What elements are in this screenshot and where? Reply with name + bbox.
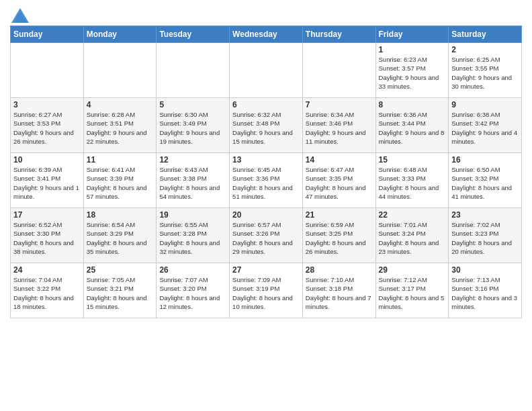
day-number: 25 <box>87 265 154 275</box>
calendar-cell: 5Sunrise: 6:30 AM Sunset: 3:49 PM Daylig… <box>157 98 230 153</box>
day-info: Sunrise: 6:38 AM Sunset: 3:42 PM Dayligh… <box>451 110 519 146</box>
day-number: 15 <box>379 155 446 165</box>
calendar-cell <box>230 43 303 98</box>
day-info: Sunrise: 6:47 AM Sunset: 3:35 PM Dayligh… <box>306 165 373 201</box>
day-number: 2 <box>451 45 519 54</box>
day-info: Sunrise: 6:27 AM Sunset: 3:53 PM Dayligh… <box>13 110 81 146</box>
calendar-cell: 15Sunrise: 6:48 AM Sunset: 3:33 PM Dayli… <box>375 153 449 208</box>
day-number: 1 <box>379 45 446 54</box>
calendar-page: SundayMondayTuesdayWednesdayThursdayFrid… <box>0 0 532 411</box>
day-info: Sunrise: 7:12 AM Sunset: 3:17 PM Dayligh… <box>379 275 446 311</box>
weekday-header-row: SundayMondayTuesdayWednesdayThursdayFrid… <box>11 26 522 43</box>
week-row-1: 1Sunrise: 6:23 AM Sunset: 3:57 PM Daylig… <box>11 43 522 98</box>
day-number: 10 <box>13 155 81 165</box>
day-number: 4 <box>87 100 154 109</box>
day-number: 3 <box>13 100 81 109</box>
calendar-cell: 4Sunrise: 6:28 AM Sunset: 3:51 PM Daylig… <box>83 98 157 153</box>
day-number: 9 <box>451 100 519 109</box>
day-number: 6 <box>232 100 300 109</box>
calendar-cell: 20Sunrise: 6:57 AM Sunset: 3:26 PM Dayli… <box>230 208 303 263</box>
logo-icon <box>10 7 26 20</box>
calendar-cell: 29Sunrise: 7:12 AM Sunset: 3:17 PM Dayli… <box>375 263 449 318</box>
calendar-cell: 19Sunrise: 6:55 AM Sunset: 3:28 PM Dayli… <box>157 208 230 263</box>
day-info: Sunrise: 6:34 AM Sunset: 3:46 PM Dayligh… <box>306 110 373 146</box>
calendar-cell: 9Sunrise: 6:38 AM Sunset: 3:42 PM Daylig… <box>449 98 522 153</box>
day-number: 19 <box>159 210 226 220</box>
day-info: Sunrise: 6:28 AM Sunset: 3:51 PM Dayligh… <box>87 110 154 146</box>
calendar-cell: 12Sunrise: 6:43 AM Sunset: 3:38 PM Dayli… <box>157 153 230 208</box>
day-info: Sunrise: 6:48 AM Sunset: 3:33 PM Dayligh… <box>379 165 446 201</box>
calendar-cell: 21Sunrise: 6:59 AM Sunset: 3:25 PM Dayli… <box>302 208 375 263</box>
day-number: 30 <box>451 265 519 275</box>
calendar-cell: 27Sunrise: 7:09 AM Sunset: 3:19 PM Dayli… <box>230 263 303 318</box>
calendar-cell: 8Sunrise: 6:36 AM Sunset: 3:44 PM Daylig… <box>375 98 449 153</box>
calendar-cell: 17Sunrise: 6:52 AM Sunset: 3:30 PM Dayli… <box>11 208 84 263</box>
calendar-cell: 24Sunrise: 7:04 AM Sunset: 3:22 PM Dayli… <box>11 263 84 318</box>
day-number: 23 <box>451 210 519 220</box>
day-number: 17 <box>13 210 81 220</box>
logo <box>10 7 29 20</box>
day-number: 7 <box>306 100 373 109</box>
day-info: Sunrise: 6:41 AM Sunset: 3:39 PM Dayligh… <box>87 165 154 201</box>
calendar-cell: 22Sunrise: 7:01 AM Sunset: 3:24 PM Dayli… <box>375 208 449 263</box>
week-row-3: 10Sunrise: 6:39 AM Sunset: 3:41 PM Dayli… <box>11 153 522 208</box>
day-number: 5 <box>159 100 226 109</box>
day-info: Sunrise: 7:02 AM Sunset: 3:23 PM Dayligh… <box>451 220 519 256</box>
calendar-cell: 14Sunrise: 6:47 AM Sunset: 3:35 PM Dayli… <box>302 153 375 208</box>
weekday-header-wednesday: Wednesday <box>230 26 303 43</box>
day-number: 14 <box>306 155 373 165</box>
calendar-cell: 3Sunrise: 6:27 AM Sunset: 3:53 PM Daylig… <box>11 98 84 153</box>
calendar-cell: 13Sunrise: 6:45 AM Sunset: 3:36 PM Dayli… <box>230 153 303 208</box>
calendar-cell <box>83 43 157 98</box>
weekday-header-thursday: Thursday <box>302 26 375 43</box>
calendar-cell: 25Sunrise: 7:05 AM Sunset: 3:21 PM Dayli… <box>83 263 157 318</box>
day-number: 8 <box>379 100 446 109</box>
calendar-cell: 28Sunrise: 7:10 AM Sunset: 3:18 PM Dayli… <box>302 263 375 318</box>
day-info: Sunrise: 6:59 AM Sunset: 3:25 PM Dayligh… <box>306 220 373 256</box>
week-row-5: 24Sunrise: 7:04 AM Sunset: 3:22 PM Dayli… <box>11 263 522 318</box>
day-info: Sunrise: 7:09 AM Sunset: 3:19 PM Dayligh… <box>232 275 300 311</box>
day-number: 21 <box>306 210 373 220</box>
calendar-cell: 10Sunrise: 6:39 AM Sunset: 3:41 PM Dayli… <box>11 153 84 208</box>
weekday-header-friday: Friday <box>375 26 449 43</box>
day-info: Sunrise: 6:50 AM Sunset: 3:32 PM Dayligh… <box>451 165 519 201</box>
calendar-cell: 6Sunrise: 6:32 AM Sunset: 3:48 PM Daylig… <box>230 98 303 153</box>
day-info: Sunrise: 6:23 AM Sunset: 3:57 PM Dayligh… <box>379 55 446 91</box>
calendar-cell: 2Sunrise: 6:25 AM Sunset: 3:55 PM Daylig… <box>449 43 522 98</box>
calendar-cell: 26Sunrise: 7:07 AM Sunset: 3:20 PM Dayli… <box>157 263 230 318</box>
day-number: 13 <box>232 155 300 165</box>
week-row-2: 3Sunrise: 6:27 AM Sunset: 3:53 PM Daylig… <box>11 98 522 153</box>
calendar-cell: 18Sunrise: 6:54 AM Sunset: 3:29 PM Dayli… <box>83 208 157 263</box>
day-number: 26 <box>159 265 226 275</box>
calendar-cell: 23Sunrise: 7:02 AM Sunset: 3:23 PM Dayli… <box>449 208 522 263</box>
day-info: Sunrise: 6:36 AM Sunset: 3:44 PM Dayligh… <box>379 110 446 146</box>
day-info: Sunrise: 6:30 AM Sunset: 3:49 PM Dayligh… <box>159 110 226 146</box>
day-number: 24 <box>13 265 81 275</box>
day-info: Sunrise: 6:57 AM Sunset: 3:26 PM Dayligh… <box>232 220 300 256</box>
week-row-4: 17Sunrise: 6:52 AM Sunset: 3:30 PM Dayli… <box>11 208 522 263</box>
weekday-header-sunday: Sunday <box>11 26 84 43</box>
day-number: 16 <box>451 155 519 165</box>
day-info: Sunrise: 6:43 AM Sunset: 3:38 PM Dayligh… <box>159 165 226 201</box>
header <box>10 7 522 20</box>
weekday-header-monday: Monday <box>83 26 157 43</box>
calendar-cell: 16Sunrise: 6:50 AM Sunset: 3:32 PM Dayli… <box>449 153 522 208</box>
calendar-cell <box>302 43 375 98</box>
day-number: 11 <box>87 155 154 165</box>
day-info: Sunrise: 6:55 AM Sunset: 3:28 PM Dayligh… <box>159 220 226 256</box>
day-number: 18 <box>87 210 154 220</box>
day-number: 29 <box>379 265 446 275</box>
weekday-header-saturday: Saturday <box>449 26 522 43</box>
calendar-cell <box>157 43 230 98</box>
weekday-header-tuesday: Tuesday <box>157 26 230 43</box>
calendar-cell: 7Sunrise: 6:34 AM Sunset: 3:46 PM Daylig… <box>302 98 375 153</box>
day-info: Sunrise: 7:10 AM Sunset: 3:18 PM Dayligh… <box>306 275 373 311</box>
day-info: Sunrise: 6:32 AM Sunset: 3:48 PM Dayligh… <box>232 110 300 146</box>
calendar-table: SundayMondayTuesdayWednesdayThursdayFrid… <box>10 26 522 318</box>
day-info: Sunrise: 7:01 AM Sunset: 3:24 PM Dayligh… <box>379 220 446 256</box>
calendar-cell <box>11 43 84 98</box>
calendar-cell: 1Sunrise: 6:23 AM Sunset: 3:57 PM Daylig… <box>375 43 449 98</box>
day-info: Sunrise: 7:07 AM Sunset: 3:20 PM Dayligh… <box>159 275 226 311</box>
day-number: 20 <box>232 210 300 220</box>
day-info: Sunrise: 6:45 AM Sunset: 3:36 PM Dayligh… <box>232 165 300 201</box>
